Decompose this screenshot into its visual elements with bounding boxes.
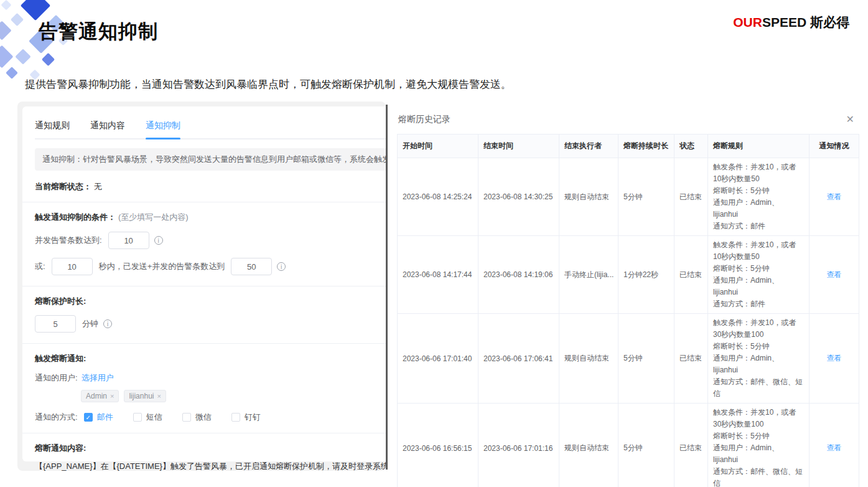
history-title: 熔断历史记录 xyxy=(398,114,450,125)
info-icon[interactable]: i xyxy=(154,236,163,245)
notify-method-group: ✓ 邮件 短信 微信 钉钉 xyxy=(84,412,261,423)
remove-tag-icon[interactable]: × xyxy=(157,392,161,400)
concurrent-threshold-input[interactable] xyxy=(108,232,149,249)
rule-line: 触发条件：并发10，或者10秒内数量50 xyxy=(713,239,804,263)
cell-end-time: 2023-06-08 14:19:06 xyxy=(478,236,559,314)
window-seconds-input[interactable] xyxy=(52,258,93,275)
checkbox-label: 短信 xyxy=(146,412,162,423)
tab-notify-suppression[interactable]: 通知抑制 xyxy=(146,120,180,138)
view-link[interactable]: 查看 xyxy=(827,443,842,452)
view-link[interactable]: 查看 xyxy=(827,192,842,201)
view-link[interactable]: 查看 xyxy=(827,270,842,279)
checkbox-label: 钉钉 xyxy=(245,412,261,423)
cell-start-time: 2023-06-08 14:25:24 xyxy=(398,158,478,236)
notify-methods-label: 通知的方式: xyxy=(35,412,78,423)
user-tag-name: Admin xyxy=(86,392,107,400)
notify-users-row: 通知的用户: 选择用户 xyxy=(35,372,386,384)
close-icon[interactable]: ✕ xyxy=(846,113,854,125)
rule-line: 熔断时长：5分钟 xyxy=(713,430,804,442)
cell-action: 查看 xyxy=(810,314,859,404)
user-tag-name: lijianhui xyxy=(129,392,154,400)
rule-line: 通知用户：Admin、lijianhui xyxy=(713,275,804,298)
notify-users-label: 通知的用户: xyxy=(35,372,78,384)
checkbox-sms[interactable]: 短信 xyxy=(133,412,162,423)
table-row: 2023-06-08 14:17:44 2023-06-08 14:19:06 … xyxy=(398,236,859,314)
user-tag: lijianhui × xyxy=(124,390,166,402)
cell-start-time: 2023-06-06 16:56:15 xyxy=(398,404,478,487)
user-tag: Admin × xyxy=(81,390,119,402)
logo-part-cn: 斯必得 xyxy=(806,15,849,29)
notify-methods-row: 通知的方式: ✓ 邮件 短信 微信 钉钉 xyxy=(35,412,386,423)
table-row: 2023-06-08 14:25:24 2023-06-08 14:30:25 … xyxy=(398,158,859,236)
cell-end-time: 2023-06-08 14:30:25 xyxy=(478,158,559,236)
cell-executor: 规则自动结束 xyxy=(559,158,618,236)
cell-status: 已结束 xyxy=(674,236,708,314)
remove-tag-icon[interactable]: × xyxy=(110,392,114,400)
cell-executor: 规则自动结束 xyxy=(559,404,618,487)
condition-label: 触发通知抑制的条件： xyxy=(35,212,116,223)
table-header-row: 开始时间 结束时间 结束执行者 熔断持续时长 状态 熔断规则 通知情况 xyxy=(398,135,859,158)
checkbox-label: 微信 xyxy=(195,412,212,423)
cell-duration: 5分钟 xyxy=(618,314,674,404)
checkbox-wechat[interactable]: 微信 xyxy=(182,412,212,423)
cell-executor: 规则自动结束 xyxy=(559,314,618,404)
tab-bar: 通知规则 通知内容 通知抑制 xyxy=(35,106,386,139)
cell-action: 查看 xyxy=(810,236,859,314)
checkbox-box xyxy=(231,413,240,422)
checkbox-dingtalk[interactable]: 钉钉 xyxy=(231,412,261,423)
cell-duration: 5分钟 xyxy=(618,158,674,236)
section-divider xyxy=(22,433,386,433)
rule-line: 通知用户：Admin、lijianhui xyxy=(713,197,804,220)
current-fuse-status-label: 当前熔断状态： xyxy=(35,181,91,192)
condition-hint: (至少填写一处内容) xyxy=(118,212,189,223)
concurrent-threshold-row: 并发告警条数达到: i xyxy=(35,232,386,249)
rule-line: 熔断时长：5分钟 xyxy=(713,263,804,275)
cell-start-time: 2023-06-08 14:17:44 xyxy=(398,236,478,314)
checkbox-check-icon: ✓ xyxy=(84,413,93,422)
current-fuse-status-row: 当前熔断状态： 无 xyxy=(35,181,386,192)
checkbox-box xyxy=(182,413,191,422)
cell-action: 查看 xyxy=(810,158,859,236)
settings-pane: 通知规则 通知内容 通知抑制 通知抑制：针对告警风暴场景，导致突然间发送大量的告… xyxy=(17,102,386,471)
table-row: 2023-06-06 17:01:40 2023-06-06 17:06:41 … xyxy=(398,314,859,404)
cell-rule: 触发条件：并发10，或者10秒内数量50 熔断时长：5分钟 通知用户：Admin… xyxy=(708,158,810,236)
or-prefix: 或: xyxy=(35,261,45,272)
cell-rule: 触发条件：并发10，或者30秒内数量100 熔断时长：5分钟 通知用户：Admi… xyxy=(708,314,810,404)
select-user-link[interactable]: 选择用户 xyxy=(82,372,114,384)
condition-section-title: 触发通知抑制的条件： (至少填写一处内容) xyxy=(35,212,386,223)
tab-notify-rules[interactable]: 通知规则 xyxy=(35,120,70,138)
cell-status: 已结束 xyxy=(674,314,708,404)
info-icon[interactable]: i xyxy=(103,319,112,328)
protect-duration-row: 分钟 i xyxy=(35,315,386,333)
protect-duration-input[interactable] xyxy=(35,315,76,333)
pane-divider xyxy=(386,105,388,470)
col-duration: 熔断持续时长 xyxy=(618,135,674,158)
history-header: 熔断历史记录 ✕ xyxy=(389,106,868,125)
info-icon[interactable]: i xyxy=(277,262,286,271)
col-status: 状态 xyxy=(674,135,708,158)
cell-action: 查看 xyxy=(810,404,859,487)
table-row: 2023-06-06 16:56:15 2023-06-06 17:01:16 … xyxy=(398,404,859,487)
cell-end-time: 2023-06-06 17:01:16 xyxy=(478,404,559,487)
logo-part-speed: SPEED xyxy=(762,15,806,29)
protect-duration-label: 熔断保护时长: xyxy=(35,296,386,307)
cell-rule: 触发条件：并发10，或者30秒内数量100 熔断时长：5分钟 通知用户：Admi… xyxy=(708,404,810,487)
rule-line: 通知方式：邮件 xyxy=(713,220,804,232)
rule-line: 通知方式：邮件 xyxy=(713,298,804,310)
brand-logo: OURSPEED 斯必得 xyxy=(733,14,849,31)
rule-line: 触发条件：并发10，或者30秒内数量100 xyxy=(713,407,804,430)
rule-line: 触发条件：并发10，或者10秒内数量50 xyxy=(713,161,804,185)
cell-status: 已结束 xyxy=(674,158,708,236)
col-rule: 熔断规则 xyxy=(708,135,810,158)
cell-status: 已结束 xyxy=(674,404,708,487)
col-start-time: 开始时间 xyxy=(398,135,478,158)
tab-notify-content[interactable]: 通知内容 xyxy=(90,120,125,138)
rule-line: 通知用户：Admin、lijianhui xyxy=(713,352,804,376)
cell-start-time: 2023-06-06 17:01:40 xyxy=(398,314,478,404)
rule-line: 通知方式：邮件、微信、短信 xyxy=(713,466,804,487)
suppression-info-banner: 通知抑制：针对告警风暴场景，导致突然间发送大量的告警信息到用户邮箱或微信等，系统… xyxy=(35,148,386,171)
checkbox-email[interactable]: ✓ 邮件 xyxy=(84,412,113,423)
view-link[interactable]: 查看 xyxy=(827,354,842,362)
window-count-input[interactable] xyxy=(231,258,272,275)
window-threshold-row: 或: 秒内，已发送+并发的告警条数达到 i xyxy=(35,258,386,275)
